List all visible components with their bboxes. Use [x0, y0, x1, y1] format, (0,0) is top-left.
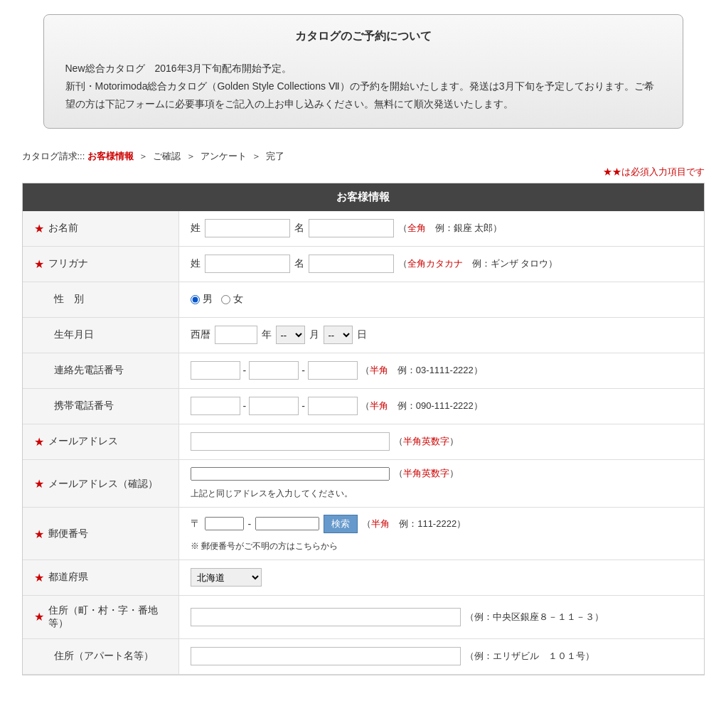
content-prefecture: 北海道 青森県岩手県宮城県 秋田県山形県福島県 茨城県栃木県群馬県 埼玉県千葉県… — [179, 561, 704, 594]
row-furigana: ★ フリガナ 姓 名 （全角カタカナ 例：ギンザ タロウ） — [23, 247, 704, 282]
birth-year-input[interactable] — [215, 326, 257, 344]
address1-input[interactable] — [191, 608, 461, 626]
last-name-input[interactable] — [205, 219, 290, 237]
row-email: ★ メールアドレス （半角英数字） — [23, 424, 704, 460]
label-furigana: ★ フリガナ — [23, 247, 179, 282]
label-prefecture: ★ 都道府県 — [23, 560, 179, 595]
postal-hint: （半角 例：111-2222） — [362, 518, 466, 530]
row-address1: ★ 住所（町・村・字・番地等） （例：中央区銀座８－１１－３） — [23, 596, 704, 639]
content-name: 姓 名 （全角 例：銀座 太郎） — [179, 212, 704, 245]
row-mobile: 携帯電話番号 - - （半角 例：090-111-2222） — [23, 389, 704, 424]
announcement-body: New総合カタログ 2016年3月下旬配布開始予定。 新刊・Motorimoda… — [65, 60, 661, 114]
content-furigana: 姓 名 （全角カタカナ 例：ギンザ タロウ） — [179, 247, 704, 280]
required-note: ★★は必須入力項目です — [22, 166, 705, 178]
first-name-input[interactable] — [309, 219, 394, 237]
postal-part1-input[interactable] — [205, 517, 244, 530]
label-email-confirm: ★ メールアドレス（確認） — [23, 460, 179, 507]
star-name: ★ — [34, 222, 44, 235]
row-gender: 性 別 男 女 — [23, 282, 704, 318]
mobile-part1-input[interactable] — [191, 397, 240, 415]
label-address1: ★ 住所（町・村・字・番地等） — [23, 596, 179, 638]
announcement-title: カタログのご予約について — [65, 29, 661, 50]
content-email: （半角英数字） — [179, 425, 704, 458]
first-name-kana-input[interactable] — [309, 255, 394, 273]
email-confirm-note: 上記と同じアドレスを入力してください。 — [191, 488, 693, 500]
phone-part2-input[interactable] — [249, 361, 299, 380]
address2-hint: （例：エリザビル １０１号） — [465, 650, 594, 663]
gender-male-radio[interactable] — [191, 295, 200, 304]
furigana-hint: （全角カタカナ 例：ギンザ タロウ） — [398, 257, 558, 270]
gender-female-label[interactable]: 女 — [221, 293, 243, 306]
content-phone: - - （半角 例：03-1111-2222） — [179, 354, 704, 387]
address1-hint: （例：中央区銀座８－１１－３） — [465, 611, 604, 623]
label-gender: 性 別 — [23, 282, 179, 317]
gender-options: 男 女 — [191, 293, 243, 306]
announcement-box: カタログのご予約について New総合カタログ 2016年3月下旬配布開始予定。 … — [43, 14, 683, 129]
breadcrumb-step-1: ご確認 — [153, 151, 181, 161]
announcement-line-2: 新刊・Motorimoda総合カタログ（Golden Style Collect… — [65, 77, 661, 113]
name-hint: （全角 例：銀座 太郎） — [398, 222, 503, 235]
content-address2: （例：エリザビル １０１号） — [179, 640, 704, 673]
label-postal: ★ 郵便番号 — [23, 508, 179, 560]
email-input[interactable] — [191, 432, 390, 451]
mobile-group: - - （半角 例：090-111-2222） — [191, 397, 483, 415]
star-email: ★ — [34, 435, 44, 449]
content-gender: 男 女 — [179, 286, 704, 313]
announcement-line-1: New総合カタログ 2016年3月下旬配布開始予定。 — [65, 60, 661, 77]
label-address2: 住所（アパート名等） — [23, 639, 179, 674]
breadcrumb: カタログ請求::: お客様情報 ＞ ご確認 ＞ アンケート ＞ 完了 — [22, 150, 705, 163]
birth-month-select[interactable]: -- 123 456 789 101112 — [276, 326, 305, 344]
form-container: お客様情報 ★ お名前 姓 名 （全角 例：銀座 太郎） ★ フリガナ 姓 名 … — [22, 183, 705, 675]
row-prefecture: ★ 都道府県 北海道 青森県岩手県宮城県 秋田県山形県福島県 茨城県栃木県群馬県… — [23, 560, 704, 596]
star-postal: ★ — [34, 528, 44, 541]
breadcrumb-step-3: 完了 — [266, 151, 284, 161]
email-confirm-input[interactable] — [191, 467, 390, 481]
gender-female-radio[interactable] — [221, 295, 230, 304]
phone-part3-input[interactable] — [308, 361, 358, 380]
email-confirm-hint: （半角英数字） — [394, 467, 459, 480]
postal-part2-input[interactable] — [255, 517, 319, 530]
mobile-part2-input[interactable] — [249, 397, 299, 415]
birth-day-select[interactable]: -- 12345 678910 1112131415 1617181920 21… — [324, 326, 353, 344]
star-prefecture: ★ — [34, 571, 44, 584]
form-header: お客様情報 — [23, 183, 704, 211]
address2-input[interactable] — [191, 647, 461, 665]
label-mobile: 携帯電話番号 — [23, 389, 179, 424]
breadcrumb-step-2: アンケート — [201, 151, 247, 161]
row-dob: 生年月日 西暦 年 -- 123 456 789 101112 月 -- 123… — [23, 318, 704, 353]
label-phone: 連絡先電話番号 — [23, 353, 179, 388]
mobile-hint: （半角 例：090-111-2222） — [361, 400, 483, 412]
phone-part1-input[interactable] — [191, 361, 240, 380]
postal-note: ※ 郵便番号がご不明の方はこちらから — [191, 540, 693, 552]
content-email-confirm: （半角英数字） 上記と同じアドレスを入力してください。 — [179, 460, 704, 507]
dob-row: 西暦 年 -- 123 456 789 101112 月 -- 12345 67… — [191, 326, 367, 344]
star-email-confirm: ★ — [34, 477, 44, 491]
content-postal: 〒 - 検索 （半角 例：111-2222） ※ 郵便番号がご不明の方はこちらか… — [179, 508, 704, 560]
gender-male-label[interactable]: 男 — [191, 293, 213, 306]
row-address2: 住所（アパート名等） （例：エリザビル １０１号） — [23, 639, 704, 675]
prefecture-select[interactable]: 北海道 青森県岩手県宮城県 秋田県山形県福島県 茨城県栃木県群馬県 埼玉県千葉県… — [191, 568, 262, 587]
star-furigana: ★ — [34, 257, 44, 271]
label-dob: 生年月日 — [23, 318, 179, 353]
phone-hint: （半角 例：03-1111-2222） — [361, 364, 483, 377]
row-name: ★ お名前 姓 名 （全角 例：銀座 太郎） — [23, 211, 704, 247]
label-name: ★ お名前 — [23, 211, 179, 246]
content-dob: 西暦 年 -- 123 456 789 101112 月 -- 12345 67… — [179, 318, 704, 351]
row-postal: ★ 郵便番号 〒 - 検索 （半角 例：111-2222） ※ 郵便番号がご不明… — [23, 508, 704, 560]
label-email: ★ メールアドレス — [23, 424, 179, 459]
phone-group: - - （半角 例：03-1111-2222） — [191, 361, 483, 380]
mobile-part3-input[interactable] — [308, 397, 358, 415]
breadcrumb-prefix: カタログ請求::: — [22, 151, 85, 161]
row-phone: 連絡先電話番号 - - （半角 例：03-1111-2222） — [23, 353, 704, 389]
content-mobile: - - （半角 例：090-111-2222） — [179, 390, 704, 422]
postal-row1: 〒 - 検索 （半角 例：111-2222） — [191, 515, 693, 533]
row-email-confirm: ★ メールアドレス（確認） （半角英数字） 上記と同じアドレスを入力してください… — [23, 460, 704, 508]
star-address1: ★ — [34, 610, 44, 623]
last-name-kana-input[interactable] — [205, 255, 290, 273]
email-hint: （半角英数字） — [394, 435, 459, 448]
content-address1: （例：中央区銀座８－１１－３） — [179, 601, 704, 633]
email-confirm-row1: （半角英数字） — [191, 467, 693, 481]
breadcrumb-active[interactable]: お客様情報 — [87, 151, 134, 161]
postal-search-button[interactable]: 検索 — [324, 515, 358, 533]
